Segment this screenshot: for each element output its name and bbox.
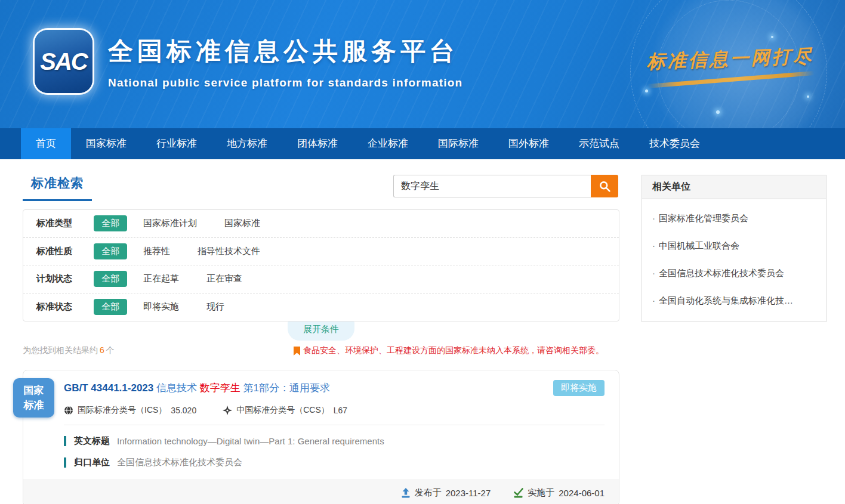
publish-date: 发布于 2023-11-27 (401, 487, 491, 499)
filter-option[interactable]: 即将实施 (143, 301, 179, 313)
bullet: · (652, 213, 655, 223)
standard-title-link[interactable]: GB/T 43441.1-2023 信息技术 数字孪生 第1部分：通用要求 (64, 381, 330, 395)
nav-tab-home[interactable]: 首页 (21, 128, 71, 159)
filter-label: 标准状态 (36, 301, 94, 313)
search-box (393, 175, 618, 197)
nav-tab-technical-committees[interactable]: 技术委员会 (634, 128, 715, 159)
system-notice: 食品安全、环境保护、工程建设方面的国家标准未纳入本系统，请咨询相关部委。 (294, 345, 604, 356)
english-title-value: Information technology—Digital twin—Part… (117, 436, 384, 446)
filter-option[interactable]: 正在审查 (206, 273, 242, 285)
sparkle-dot (807, 95, 809, 98)
bullet: · (652, 240, 655, 251)
card-footer: 发布于 2023-11-27 实施于 2024-06-01 (23, 480, 619, 504)
site-title: 全国标准信息公共服务平台 (108, 35, 462, 68)
filter-all-badge[interactable]: 全部 (94, 215, 127, 231)
filter-row-standard-type: 标准类型 全部 国家标准计划 国家标准 (23, 210, 619, 238)
publish-date-value: 2023-11-27 (446, 488, 491, 498)
notice-text: 食品安全、环境保护、工程建设方面的国家标准未纳入本系统，请咨询相关部委。 (303, 345, 604, 356)
bookmark-icon (294, 347, 300, 355)
standard-type-badge: 国家标准 (13, 378, 54, 418)
filter-option[interactable]: 国家标准 (224, 218, 260, 229)
related-org-link[interactable]: ·中国机械工业联合会 (642, 232, 826, 259)
related-org-link[interactable]: ·全国自动化系统与集成标准化技… (642, 287, 826, 314)
brand: SAC 全国标准信息公共服务平台 National public service… (35, 30, 462, 93)
sac-logo[interactable]: SAC (35, 30, 92, 93)
nav-tab-local-standards[interactable]: 地方标准 (212, 128, 282, 159)
filter-row-standard-nature: 标准性质 全部 推荐性 指导性技术文件 (23, 238, 619, 266)
result-count: 为您找到相关结果约6个 (23, 345, 115, 356)
filter-label: 计划状态 (36, 273, 94, 285)
standard-title-part: 信息技术 (156, 382, 197, 394)
nav-tab-international-standards[interactable]: 国际标准 (423, 128, 494, 159)
sac-logo-text: SAC (40, 48, 87, 75)
sparkle-dot (771, 36, 773, 38)
slogan-text: 标准信息一网打尽 (646, 44, 814, 75)
filter-label: 标准性质 (36, 246, 94, 257)
nav-tab-industry-standards[interactable]: 行业标准 (141, 128, 212, 159)
main-nav: 首页 国家标准 行业标准 地方标准 团体标准 企业标准 国际标准 国外标准 示范… (0, 128, 845, 159)
expand-conditions-button[interactable]: 展开条件 (288, 321, 354, 341)
implement-date-value: 2024-06-01 (559, 488, 605, 498)
bullet: · (652, 295, 655, 305)
ccs-classification: 中国标准分类号（CCS） L67 (223, 405, 347, 416)
filter-option[interactable]: 现行 (206, 301, 224, 313)
teal-marker (64, 436, 66, 446)
filter-row-plan-status: 计划状态 全部 正在起草 正在审查 (23, 265, 619, 293)
nav-tab-foreign-standards[interactable]: 国外标准 (494, 128, 564, 159)
sparkle-dot (716, 110, 720, 114)
search-button[interactable] (591, 175, 618, 197)
related-org-link[interactable]: ·全国信息技术标准化技术委员会 (642, 259, 826, 287)
ccs-value: L67 (334, 406, 347, 415)
site-subtitle: National public service platform for sta… (108, 76, 462, 89)
search-icon (599, 180, 611, 193)
nav-tab-enterprise-standards[interactable]: 企业标准 (353, 128, 423, 159)
globe-icon (64, 406, 73, 415)
compass-icon (223, 406, 232, 415)
implement-date: 实施于 2024-06-01 (513, 487, 605, 499)
filter-row-standard-status: 标准状态 全部 即将实施 现行 (23, 293, 619, 321)
filter-option[interactable]: 推荐性 (143, 246, 170, 257)
publish-icon (401, 488, 411, 498)
filter-all-badge[interactable]: 全部 (94, 299, 127, 315)
search-input[interactable] (393, 175, 591, 197)
related-organizations-panel: 相关单位 ·国家标准化管理委员会 ·中国机械工业联合会 ·全国信息技术标准化技术… (642, 175, 827, 322)
filter-panel: 标准类型 全部 国家标准计划 国家标准 标准性质 全部 推荐性 指导性技术文件 … (23, 209, 619, 321)
nav-tab-pilot-demo[interactable]: 示范试点 (564, 128, 634, 159)
sparkle-dot (645, 89, 648, 92)
check-icon (513, 488, 523, 498)
ics-classification: 国际标准分类号（ICS） 35.020 (64, 405, 196, 416)
teal-marker (64, 457, 66, 468)
english-title-row: 英文标题 Information technology—Digital twin… (64, 435, 605, 447)
ics-value: 35.020 (171, 406, 196, 415)
filter-all-badge[interactable]: 全部 (94, 243, 127, 259)
nav-tab-national-standards[interactable]: 国家标准 (71, 128, 141, 159)
committee-row: 归口单位 全国信息技术标准化技术委员会 (64, 457, 605, 468)
standard-result-card: 国家标准 GB/T 43441.1-2023 信息技术 数字孪生 第1部分：通用… (23, 370, 619, 504)
filter-all-badge[interactable]: 全部 (94, 271, 127, 287)
filter-label: 标准类型 (36, 218, 94, 229)
related-org-link[interactable]: ·国家标准化管理委员会 (642, 205, 826, 232)
site-header: SAC 全国标准信息公共服务平台 National public service… (0, 0, 845, 128)
filter-option[interactable]: 指导性技术文件 (198, 246, 260, 257)
result-count-number: 6 (98, 345, 106, 355)
bullet: · (652, 268, 655, 278)
filter-option[interactable]: 正在起草 (143, 273, 179, 285)
search-term-highlight: 数字孪生 (200, 382, 240, 394)
related-organizations-title: 相关单位 (642, 175, 826, 199)
standard-number: GB/T 43441.1-2023 (64, 382, 153, 394)
page-title: 标准检索 (31, 176, 84, 190)
divider (64, 425, 605, 425)
tab-standard-search[interactable]: 标准检索 (23, 175, 92, 201)
filter-option[interactable]: 国家标准计划 (143, 218, 197, 229)
slogan-banner: 标准信息一网打尽 (646, 44, 815, 85)
nav-tab-group-standards[interactable]: 团体标准 (282, 128, 353, 159)
committee-value: 全国信息技术标准化技术委员会 (117, 457, 242, 468)
standard-title-part: 第1部分：通用要求 (243, 382, 329, 394)
status-badge: 即将实施 (553, 380, 605, 396)
